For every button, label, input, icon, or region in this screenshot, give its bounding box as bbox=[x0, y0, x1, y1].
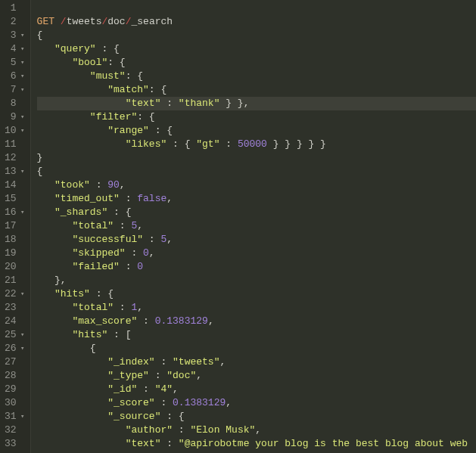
fold-icon[interactable]: ▾ bbox=[20, 206, 26, 219]
token-pun: } } } } } bbox=[267, 138, 326, 150]
request-line: GET /tweets/doc/_search bbox=[37, 15, 476, 29]
line-number: 9▾ bbox=[5, 110, 26, 124]
token-key: "_type" bbox=[107, 370, 149, 381]
line-number: 14 bbox=[5, 178, 26, 192]
token-pun: : bbox=[90, 179, 107, 191]
token-pun: : { bbox=[137, 111, 154, 123]
token-pun: : bbox=[155, 356, 173, 368]
code-line: "query" : { bbox=[37, 42, 476, 56]
token-pun: : bbox=[137, 383, 154, 395]
line-number: 26▾ bbox=[5, 342, 26, 355]
token-pun: , bbox=[166, 193, 173, 204]
code-line: "failed" : 0 bbox=[37, 260, 476, 274]
token-key: "_id" bbox=[107, 383, 137, 395]
token-key: "filter" bbox=[90, 111, 137, 123]
code-line: } bbox=[37, 151, 476, 165]
line-number: 32 bbox=[5, 424, 26, 437]
line-number: 2 bbox=[5, 15, 26, 29]
token-key: "_index" bbox=[107, 356, 154, 368]
code-editor[interactable]: 123▾4▾5▾6▾7▾89▾10▾111213▾141516▾17181920… bbox=[0, 0, 476, 453]
token-pun: }, bbox=[54, 275, 67, 286]
token-key: "gt" bbox=[196, 138, 219, 150]
token-bool: false bbox=[137, 193, 166, 204]
token-pun: , bbox=[255, 424, 261, 436]
token-key: "likes" bbox=[126, 138, 167, 150]
token-key: "author" bbox=[126, 424, 173, 436]
code-area[interactable]: GET /tweets/doc/_search{ "query" : { "bo… bbox=[31, 0, 476, 453]
token-pun: : { bbox=[107, 57, 125, 68]
token-str: "4" bbox=[155, 383, 173, 395]
token-pun: , bbox=[166, 234, 173, 245]
path-slash: / bbox=[61, 16, 67, 27]
token-key: "_source" bbox=[107, 411, 160, 422]
token-pun: , bbox=[137, 220, 143, 231]
http-method: GET bbox=[37, 16, 54, 27]
token-pun: } }, bbox=[219, 98, 249, 109]
fold-icon[interactable]: ▾ bbox=[20, 410, 26, 424]
code-line: "took" : 90, bbox=[37, 178, 476, 192]
line-number: 17 bbox=[5, 219, 26, 233]
token-pun: , bbox=[219, 356, 226, 368]
token-pun: : { bbox=[149, 125, 173, 136]
code-line: "total" : 5, bbox=[37, 219, 476, 233]
code-line: "hits" : [ bbox=[37, 328, 476, 342]
token-pun: : bbox=[160, 438, 178, 449]
token-pun: , bbox=[173, 383, 179, 395]
fold-icon[interactable]: ▾ bbox=[20, 124, 26, 138]
line-number: 30 bbox=[5, 396, 26, 410]
fold-icon[interactable]: ▾ bbox=[20, 83, 26, 97]
token-key: "bool" bbox=[72, 57, 107, 68]
token-pun: : bbox=[120, 193, 137, 204]
token-key: "total" bbox=[72, 302, 114, 313]
line-number: 15 bbox=[5, 192, 26, 206]
line-number: 19 bbox=[5, 247, 26, 260]
token-key: "_score" bbox=[107, 397, 154, 408]
code-line: "_id" : "4", bbox=[37, 383, 476, 396]
code-line: { bbox=[37, 165, 476, 178]
line-number: 1 bbox=[5, 2, 26, 15]
token-key: "skipped" bbox=[72, 247, 125, 259]
fold-icon[interactable]: ▾ bbox=[20, 165, 26, 178]
path-segment: doc bbox=[107, 16, 125, 27]
token-pun: : bbox=[126, 247, 143, 259]
token-key: "query" bbox=[54, 43, 96, 54]
fold-icon[interactable]: ▾ bbox=[20, 110, 26, 124]
token-key: "must" bbox=[90, 70, 126, 82]
line-number: 24 bbox=[5, 315, 26, 328]
fold-icon[interactable]: ▾ bbox=[20, 70, 26, 83]
fold-icon[interactable]: ▾ bbox=[20, 42, 26, 56]
fold-icon[interactable]: ▾ bbox=[20, 328, 26, 342]
code-line: "max_score" : 0.1383129, bbox=[37, 315, 476, 328]
code-line: "likes" : { "gt" : 50000 } } } } } bbox=[37, 138, 476, 151]
code-line: "_index" : "tweets", bbox=[37, 355, 476, 369]
token-pun: { bbox=[37, 29, 43, 41]
path-segment: _search bbox=[131, 16, 173, 27]
fold-icon[interactable]: ▾ bbox=[20, 56, 26, 70]
token-key: "range" bbox=[107, 125, 149, 136]
line-number: 27 bbox=[5, 355, 26, 369]
token-num: 0.1383129 bbox=[173, 397, 226, 408]
line-number: 23 bbox=[5, 301, 26, 315]
token-pun: : bbox=[120, 261, 137, 272]
token-pun: : [ bbox=[107, 329, 131, 340]
fold-icon[interactable]: ▾ bbox=[20, 29, 26, 42]
token-pun: : { bbox=[126, 70, 143, 82]
token-key: "timed_out" bbox=[54, 193, 120, 204]
token-pun: , bbox=[149, 247, 155, 259]
token-num: 90 bbox=[107, 179, 120, 191]
token-pun: : { bbox=[149, 84, 166, 95]
token-num: 0 bbox=[143, 247, 149, 259]
token-pun: , bbox=[226, 397, 232, 408]
code-line: "total" : 1, bbox=[37, 301, 476, 315]
token-key: "successful" bbox=[72, 234, 143, 245]
token-key: "total" bbox=[72, 220, 114, 231]
code-line: "skipped" : 0, bbox=[37, 247, 476, 260]
line-number: 28 bbox=[5, 369, 26, 383]
fold-icon[interactable]: ▾ bbox=[20, 342, 26, 355]
token-pun: : bbox=[114, 302, 131, 313]
fold-icon[interactable]: ▾ bbox=[20, 287, 26, 301]
line-number: 22▾ bbox=[5, 287, 26, 301]
token-pun: { bbox=[90, 343, 96, 354]
token-key: "text" bbox=[126, 438, 161, 449]
token-pun: , bbox=[196, 370, 202, 381]
